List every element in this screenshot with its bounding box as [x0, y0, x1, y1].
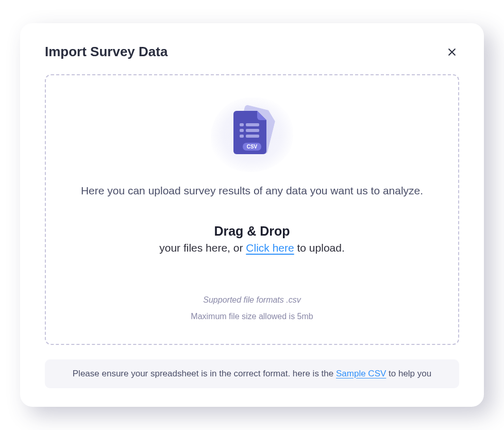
svg-rect-3 [246, 129, 259, 132]
footer-suffix: to help you [386, 369, 431, 378]
close-button[interactable] [445, 45, 459, 59]
modal-header: Import Survey Data [45, 44, 459, 60]
supported-formats: Supported file formats .csv [56, 295, 448, 305]
import-modal: Import Survey Data [20, 23, 484, 407]
svg-rect-1 [246, 123, 259, 126]
csv-file-icon: CSV [233, 111, 271, 158]
svg-text:CSV: CSV [247, 144, 258, 150]
dropzone-description: Here you can upload survey results of an… [56, 183, 448, 199]
drag-drop-subtitle: your files here, or Click here to upload… [56, 242, 448, 254]
sample-csv-link[interactable]: Sample CSV [336, 369, 386, 378]
footer-prefix: Please ensure your spreadsheet is in the… [73, 369, 336, 378]
modal-title: Import Survey Data [45, 44, 167, 60]
footer-note: Please ensure your spreadsheet is in the… [45, 359, 459, 388]
dropzone-icon-wrap: CSV [56, 96, 448, 173]
close-icon [447, 47, 457, 57]
svg-rect-5 [246, 135, 259, 138]
click-here-link[interactable]: Click here [246, 242, 294, 254]
file-dropzone[interactable]: CSV Here you can upload survey results o… [45, 74, 459, 345]
sub-prefix: your files here, or [159, 242, 246, 254]
blob-background: CSV [206, 96, 298, 173]
sub-suffix: to upload. [294, 242, 345, 254]
svg-rect-2 [240, 129, 244, 132]
svg-rect-4 [240, 135, 244, 138]
drag-drop-title: Drag & Drop [56, 224, 448, 239]
max-file-size: Maximum file size allowed is 5mb [56, 312, 448, 321]
svg-rect-0 [240, 123, 244, 126]
